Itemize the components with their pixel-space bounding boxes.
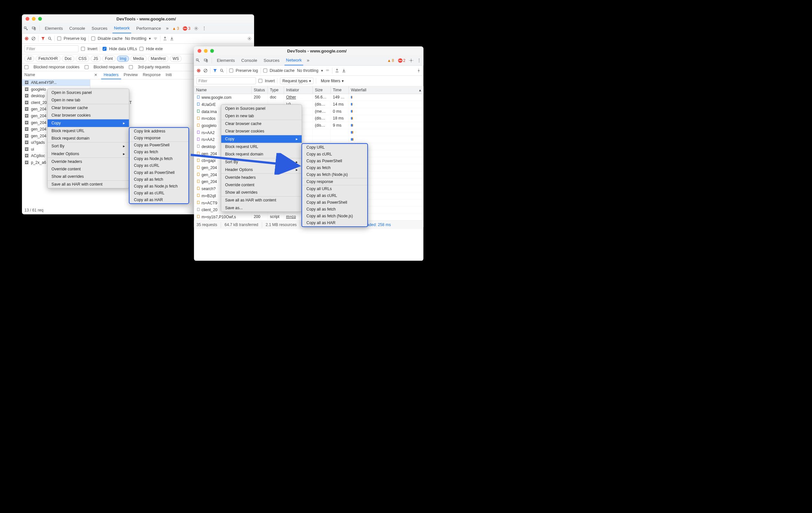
- download-icon[interactable]: [170, 36, 174, 40]
- chip-ws[interactable]: WS: [170, 56, 181, 62]
- gear-icon[interactable]: [416, 68, 421, 73]
- tab-sources[interactable]: Sources: [262, 55, 281, 65]
- more-filters-dropdown[interactable]: More filters ▾: [318, 78, 346, 84]
- maximize-icon[interactable]: [210, 49, 214, 53]
- upload-icon[interactable]: [163, 36, 167, 40]
- sub-copy-fetch[interactable]: Copy as fetch: [129, 148, 188, 156]
- chevron-down-icon[interactable]: ▾: [321, 68, 323, 73]
- filter-icon[interactable]: [41, 36, 45, 40]
- throttling-select[interactable]: No throttling: [125, 36, 146, 40]
- chevron-down-icon[interactable]: ▾: [149, 36, 151, 40]
- tab-elements[interactable]: Elements: [44, 23, 64, 33]
- upload-icon[interactable]: [335, 68, 339, 73]
- thirdparty-checkbox[interactable]: [129, 65, 133, 69]
- record-icon[interactable]: [197, 68, 201, 73]
- gear-icon[interactable]: [194, 26, 198, 30]
- ctx-open-sources[interactable]: Open in Sources panel: [221, 105, 301, 112]
- ctx-sort-by[interactable]: Sort By▸: [221, 158, 301, 166]
- ctx-open-new-tab[interactable]: Open in new tab: [48, 96, 129, 104]
- ctx-sort-by[interactable]: Sort By▸: [48, 142, 129, 150]
- invert-checkbox[interactable]: [258, 79, 262, 83]
- errors-badge[interactable]: ⛔ 2: [398, 58, 406, 62]
- gear-icon[interactable]: [247, 36, 252, 40]
- ctx-header-options[interactable]: Header Options▸: [221, 166, 301, 173]
- tab-console[interactable]: Console: [240, 55, 259, 65]
- chip-doc[interactable]: Doc: [62, 56, 74, 62]
- sub-copy-curl[interactable]: Copy as cURL: [129, 162, 188, 169]
- chip-js[interactable]: JS: [91, 56, 100, 62]
- chip-img[interactable]: Img: [117, 56, 129, 62]
- tab-console[interactable]: Console: [68, 23, 87, 33]
- sub-copy-all-curl[interactable]: Copy all as cURL: [129, 189, 188, 196]
- chip-css[interactable]: CSS: [76, 56, 89, 62]
- ctx-save-as[interactable]: Save as...: [221, 204, 301, 212]
- wifi-icon[interactable]: [153, 36, 157, 40]
- ctx-block-url[interactable]: Block request URL: [221, 143, 301, 150]
- request-types-dropdown[interactable]: Request types ▾: [280, 78, 313, 84]
- sub-copy-powershell[interactable]: Copy as PowerShell: [129, 142, 188, 148]
- download-icon[interactable]: [342, 68, 346, 73]
- kebab-icon[interactable]: ⋮: [202, 26, 206, 31]
- sub-copy-url[interactable]: Copy URL: [302, 144, 367, 151]
- col-initiator[interactable]: Initiator: [284, 86, 313, 93]
- ctx-block-domain[interactable]: Block request domain: [221, 151, 301, 158]
- disable-cache-checkbox[interactable]: [91, 36, 95, 40]
- response-tab[interactable]: Response: [140, 71, 163, 79]
- maximize-icon[interactable]: [38, 17, 42, 21]
- sub-copy-all-powershell[interactable]: Copy all as PowerShell: [129, 169, 188, 176]
- headers-tab[interactable]: Headers: [101, 71, 121, 79]
- hide-ext-checkbox[interactable]: [140, 47, 143, 51]
- ctx-clear-cache[interactable]: Clear browser cache: [48, 104, 129, 111]
- ctx-show-overrides[interactable]: Show all overrides: [48, 173, 129, 180]
- name-column-header[interactable]: Name: [22, 71, 90, 79]
- ctx-clear-cookies[interactable]: Clear browser cookies: [221, 128, 301, 135]
- ctx-block-domain[interactable]: Block request domain: [48, 135, 129, 142]
- sub-copy-all-har[interactable]: Copy all as HAR: [302, 220, 367, 226]
- minimize-icon[interactable]: [32, 17, 36, 21]
- filter-input[interactable]: Filter: [197, 77, 256, 84]
- sub-copy-all-node-fetch[interactable]: Copy all as Node.js fetch: [129, 183, 188, 189]
- ctx-override-content[interactable]: Override content: [221, 181, 301, 188]
- sub-copy-fetch[interactable]: Copy as fetch: [302, 164, 367, 171]
- more-tabs-icon[interactable]: »: [307, 58, 310, 63]
- chip-fetchxhr[interactable]: Fetch/XHR: [36, 56, 60, 62]
- col-name[interactable]: Name: [194, 86, 252, 93]
- ctx-copy[interactable]: Copy▸: [221, 135, 301, 143]
- ctx-save-har[interactable]: Save all as HAR with content: [221, 196, 301, 204]
- close-icon[interactable]: ×: [90, 71, 101, 79]
- wifi-icon[interactable]: [325, 68, 329, 73]
- search-icon[interactable]: [220, 68, 224, 73]
- disable-cache-checkbox[interactable]: [263, 69, 267, 73]
- sub-copy-all-har[interactable]: Copy all as HAR: [129, 196, 188, 204]
- tab-elements[interactable]: Elements: [215, 55, 237, 65]
- warnings-badge[interactable]: ▲ 3: [172, 26, 179, 30]
- ctx-open-sources[interactable]: Open in Sources panel: [48, 89, 129, 96]
- preview-tab[interactable]: Preview: [121, 71, 140, 79]
- sub-copy-all-powershell[interactable]: Copy all as PowerShell: [302, 199, 367, 206]
- sub-copy-all-fetch[interactable]: Copy all as fetch: [129, 176, 188, 183]
- col-status[interactable]: Status: [252, 86, 268, 93]
- device-icon[interactable]: [32, 26, 36, 30]
- hide-data-urls-checkbox[interactable]: ✓: [103, 47, 107, 51]
- preserve-log-checkbox[interactable]: [229, 69, 233, 73]
- col-waterfall[interactable]: Waterfall▴: [349, 86, 424, 93]
- filter-input[interactable]: Filter: [25, 45, 79, 52]
- throttling-select[interactable]: No throttling: [297, 68, 318, 73]
- chip-media[interactable]: Media: [130, 56, 147, 62]
- record-icon[interactable]: [25, 36, 29, 40]
- kebab-icon[interactable]: ⋮: [417, 58, 422, 63]
- ctx-override-headers[interactable]: Override headers: [221, 173, 301, 181]
- ctx-override-content[interactable]: Override content: [48, 165, 129, 172]
- gear-icon[interactable]: [409, 58, 413, 62]
- warnings-badge[interactable]: ▲ 8: [387, 58, 394, 62]
- ctx-clear-cache[interactable]: Clear browser cache: [221, 120, 301, 127]
- sub-copy-response[interactable]: Copy response: [129, 135, 188, 141]
- preserve-log-checkbox[interactable]: [57, 36, 61, 40]
- sub-copy-link[interactable]: Copy link address: [129, 128, 188, 135]
- sub-copy-fetch-node[interactable]: Copy as fetch (Node.js): [302, 171, 367, 178]
- sub-copy-response[interactable]: Copy response: [302, 178, 367, 185]
- ctx-open-new-tab[interactable]: Open in new tab: [221, 112, 301, 119]
- close-icon[interactable]: [26, 17, 29, 21]
- invert-checkbox[interactable]: [81, 47, 85, 51]
- sub-copy-all-fetch-node[interactable]: Copy all as fetch (Node.js): [302, 213, 367, 220]
